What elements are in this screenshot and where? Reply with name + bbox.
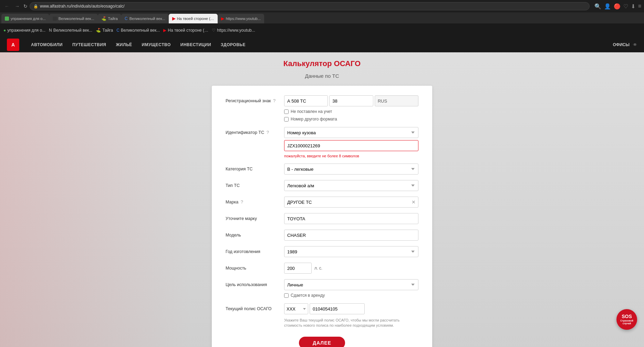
tab-favicon-1 xyxy=(5,17,9,21)
search-browser-btn[interactable]: 🔍 xyxy=(594,3,601,10)
page-background: Калькулятор ОСАГО Данные по ТС Регистрац… xyxy=(0,52,644,347)
checkbox-not-registered-label: Не поставлен на учет xyxy=(291,109,332,114)
checkbox-other-format[interactable] xyxy=(284,117,289,122)
bookmark-2[interactable]: N Великолепный век... xyxy=(49,28,92,33)
clarify-brand-input[interactable] xyxy=(284,213,418,224)
id-label: Идентификатор ТС ? xyxy=(226,127,281,136)
power-unit-label: л. с. xyxy=(314,266,322,271)
tab-6[interactable]: ▶ https://www.youtub... xyxy=(218,14,264,23)
address-bar[interactable]: 🔒 www.alfastrah.ru/individuals/auto/eosa… xyxy=(30,2,590,10)
reg-rus-input[interactable] xyxy=(375,95,418,106)
row-type: Тип ТС Легковой а/м Другой xyxy=(226,180,418,191)
reload-button[interactable]: ↻ xyxy=(23,3,28,9)
year-controls: 1989 1990 2000 xyxy=(284,246,418,257)
page-title: Калькулятор ОСАГО xyxy=(0,59,644,68)
checkbox-rent[interactable] xyxy=(284,293,289,298)
id-controls: Номер кузова VIN Номер шасси пожалуйста,… xyxy=(284,127,418,158)
checkbox-not-registered-row[interactable]: Не поставлен на учет xyxy=(284,109,418,114)
brand-clear-button[interactable]: ✕ xyxy=(412,200,416,204)
nav-investments[interactable]: ИНВЕСТИЦИИ xyxy=(176,37,216,52)
bookmark-6[interactable]: ♡ https://www.youtub... xyxy=(212,28,255,33)
nav-travel[interactable]: ПУТЕШЕСТВИЯ xyxy=(67,37,111,52)
next-button[interactable]: ДАЛЕЕ xyxy=(299,337,345,347)
row-clarify-brand: Уточните марку xyxy=(226,213,418,224)
polisy-number-input[interactable] xyxy=(310,303,365,314)
eye-icon[interactable]: 👁 xyxy=(633,42,637,47)
brand-input[interactable] xyxy=(284,197,418,208)
power-controls: л. с. xyxy=(284,263,418,274)
row-power: Мощность л. с. xyxy=(226,263,418,274)
checkbox-rent-label: Сдается в аренду xyxy=(291,293,325,298)
reg-help-icon[interactable]: ? xyxy=(273,98,276,103)
model-input[interactable] xyxy=(284,230,418,241)
bookmark-favicon-4: C xyxy=(116,28,120,33)
reg-label: Регистрационный знак ? xyxy=(226,95,281,104)
power-input[interactable] xyxy=(284,263,312,274)
reg-region-input[interactable] xyxy=(329,95,373,106)
row-brand: Марка ? ✕ xyxy=(226,197,418,208)
category-select[interactable]: В - легковые xyxy=(284,164,418,175)
tab-favicon-2 xyxy=(53,17,57,21)
extensions-btn[interactable]: 🔴 xyxy=(614,3,621,10)
bookmark-5[interactable]: ▶ На твоей стороне (… xyxy=(163,28,208,33)
downloads-btn[interactable]: ⬇ xyxy=(631,3,635,10)
bookmark-label-2: Великолепный век... xyxy=(53,28,92,33)
type-label: Тип ТС xyxy=(226,180,281,188)
favorites-btn[interactable]: ♡ xyxy=(623,3,628,10)
polisy-series-select[interactable]: ХХХ ЕЕЕ МММ xyxy=(284,303,308,314)
tab-favicon-3: ⛳ xyxy=(101,16,106,21)
bookmark-3[interactable]: ⛳ Тайга xyxy=(96,28,113,33)
back-button[interactable]: ← xyxy=(3,3,11,10)
sos-button[interactable]: SOS Страховой случай xyxy=(616,309,637,330)
brand-input-wrap: ✕ xyxy=(284,197,418,208)
checkbox-other-format-row[interactable]: Номер другого формата xyxy=(284,117,418,122)
nav-automobili[interactable]: АВТОМОБИЛИ xyxy=(26,37,67,52)
account-btn[interactable]: 👤 xyxy=(604,3,611,10)
category-label: Категория ТС xyxy=(226,164,281,172)
tab-label-3: Тайга xyxy=(108,17,118,21)
bookmark-favicon-2: N xyxy=(49,28,52,33)
polisy-hint: Укажите Ваш текущий полис ОСАГО, чтобы м… xyxy=(284,318,418,328)
purpose-label: Цель использования xyxy=(226,279,281,287)
forward-button[interactable]: → xyxy=(13,3,21,10)
model-controls xyxy=(284,230,418,241)
nav-housing[interactable]: ЖИЛЬЁ xyxy=(111,37,137,52)
bookmark-4[interactable]: C Великолепный век... xyxy=(116,28,160,33)
offices-button[interactable]: ОФИСЫ xyxy=(613,42,630,47)
tab-4[interactable]: C Великолепный век... xyxy=(121,14,169,23)
brand-controls: ✕ xyxy=(284,197,418,208)
clarify-brand-controls xyxy=(284,213,418,224)
bookmark-label-4: Великолепный век... xyxy=(121,28,160,33)
bookmarks-bar: ● упражнения для о... N Великолепный век… xyxy=(0,23,644,37)
tab-3[interactable]: ⛳ Тайга xyxy=(98,14,121,23)
tab-1[interactable]: упражнения для о... xyxy=(1,14,49,23)
row-registration: Регистрационный знак ? Не поставлен на у… xyxy=(226,95,418,122)
checkbox-rent-row[interactable]: Сдается в аренду xyxy=(284,293,418,298)
site-logo[interactable]: А xyxy=(7,39,19,51)
type-select[interactable]: Легковой а/м Другой xyxy=(284,180,418,191)
id-type-select[interactable]: Номер кузова VIN Номер шасси xyxy=(284,127,418,138)
bookmark-1[interactable]: ● упражнения для о... xyxy=(3,28,45,33)
tab-5[interactable]: ▶ На твоей стороне (… xyxy=(169,14,218,23)
checkbox-not-registered[interactable] xyxy=(284,109,289,114)
purpose-select[interactable]: Личные Такси Коммерческие xyxy=(284,279,418,290)
brand-help-icon[interactable]: ? xyxy=(241,199,243,204)
tab-2[interactable]: Великолепный век... xyxy=(49,14,98,23)
bookmark-label-3: Тайга xyxy=(102,28,113,33)
tab-label-6: https://www.youtub... xyxy=(226,17,261,21)
polisy-controls: ХХХ ЕЕЕ МММ Укажите Ваш текущий полис ОС… xyxy=(284,303,418,328)
id-value-input[interactable] xyxy=(284,140,418,151)
clarify-brand-label: Уточните марку xyxy=(226,213,281,221)
id-help-icon[interactable]: ? xyxy=(267,130,269,135)
row-model: Модель xyxy=(226,230,418,241)
id-error-text: пожалуйста, введите не более 8 символов xyxy=(284,154,418,158)
reg-inputs xyxy=(284,95,418,106)
row-polisy: Текущий полис ОСАГО ХХХ ЕЕЕ МММ Укажите … xyxy=(226,303,418,328)
nav-health[interactable]: ЗДОРОВЬЕ xyxy=(216,37,250,52)
tab-favicon-5: ▶ xyxy=(172,16,175,21)
reg-main-input[interactable] xyxy=(284,95,328,106)
nav-property[interactable]: ИМУЩЕСТВО xyxy=(137,37,176,52)
year-select[interactable]: 1989 1990 2000 xyxy=(284,246,418,257)
section-title: Данные по ТС xyxy=(0,73,644,79)
menu-btn[interactable]: ≡ xyxy=(638,3,641,9)
